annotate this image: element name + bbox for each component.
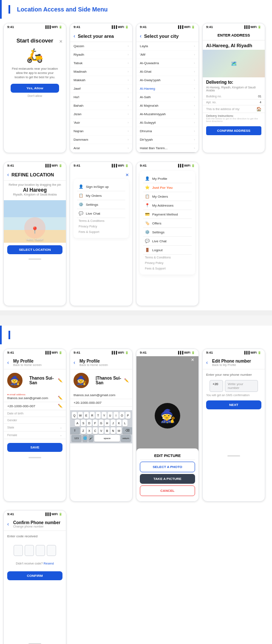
menu-item-myorders[interactable]: 📋 My Orders [143, 192, 192, 201]
list-item[interactable]: Dhruma› [136, 127, 198, 136]
privacy-link[interactable]: Privacy Policy [77, 224, 125, 229]
menu-item-justforyou[interactable]: ⭐ Just For You [143, 183, 192, 192]
list-item[interactable]: Al-Sulayyil› [136, 119, 198, 127]
key-p[interactable]: P [125, 412, 130, 419]
otp-box-4[interactable] [47, 545, 56, 556]
key-backspace[interactable]: ⌫ [122, 427, 133, 434]
key-h[interactable]: H [105, 420, 110, 426]
edit-email-icon[interactable]: ✏️ [58, 396, 62, 400]
otp-box-1[interactable] [14, 545, 23, 556]
edit-phone-icon[interactable]: ✏️ [58, 404, 62, 408]
key-m[interactable]: M [116, 427, 122, 434]
key-w[interactable]: W [78, 412, 83, 419]
key-o[interactable]: O [119, 412, 125, 419]
edit-name-icon-2[interactable]: ✏️ [124, 378, 129, 383]
fees-link[interactable]: Fees & Support [77, 229, 125, 235]
list-item[interactable]: Al-Salh› [136, 93, 198, 102]
key-u[interactable]: U [108, 412, 113, 419]
otp-box-3[interactable] [36, 545, 45, 556]
menu-item-orders[interactable]: 📋 My Orders [77, 191, 125, 200]
key-l[interactable]: L [122, 420, 128, 426]
terms-link-2[interactable]: Terms & Conditions [143, 255, 192, 260]
key-c[interactable]: C [93, 427, 98, 434]
confirm-address-button[interactable]: CONFIRM ADDRESS [206, 126, 261, 135]
select-photo-button[interactable]: SELECT A PHOTO [140, 462, 195, 472]
key-s[interactable]: S [81, 420, 86, 426]
key-d[interactable]: D [87, 420, 92, 426]
key-shift[interactable]: ⇧ [70, 427, 80, 434]
menu-item-livechat-2[interactable]: 💬 Live Chat [143, 237, 192, 246]
list-item[interactable]: Al-Gway'yyah› [136, 76, 198, 85]
save-button[interactable]: SAVE [7, 443, 62, 452]
menu-item-payment[interactable]: 💳 Payment Method [143, 210, 192, 219]
key-e[interactable]: E [84, 412, 89, 419]
back-arrow-icon-7[interactable]: ‹ [7, 521, 9, 527]
list-item[interactable]: Halat Ban Tanim...› [136, 144, 198, 153]
list-item[interactable]: 'Asir› [70, 119, 132, 127]
take-picture-button[interactable]: TAKE A PICTURE [140, 474, 195, 484]
back-arrow-icon-6[interactable]: ‹ [206, 360, 208, 366]
key-f[interactable]: F [93, 420, 98, 426]
key-globe[interactable]: 🌐 [82, 435, 88, 442]
list-item[interactable]: Najran› [70, 127, 132, 136]
key-x[interactable]: X [87, 427, 92, 434]
confirm-phone-button[interactable]: CONFIRM [7, 571, 62, 580]
key-g[interactable]: G [99, 420, 104, 426]
list-item[interactable]: Layla› [136, 42, 198, 51]
menu-item-addresses[interactable]: 📍 My Addresses [143, 201, 192, 210]
key-b[interactable]: B [105, 427, 110, 434]
key-k[interactable]: K [116, 420, 122, 426]
key-r[interactable]: R [90, 412, 95, 419]
key-q[interactable]: Q [72, 412, 77, 419]
key-z[interactable]: Z [81, 427, 86, 434]
key-return[interactable]: return [121, 435, 131, 442]
key-y[interactable]: Y [102, 412, 107, 419]
key-t[interactable]: T [96, 412, 101, 419]
otp-box-2[interactable] [25, 545, 34, 556]
terms-link[interactable]: Terms & Conditions [77, 218, 125, 224]
list-item[interactable]: Al-Muzahimiyyah› [136, 110, 198, 119]
list-item[interactable]: Jawf› [70, 85, 132, 93]
list-item[interactable]: Makkah› [70, 76, 132, 85]
key-123[interactable]: 123 [71, 435, 82, 442]
list-item[interactable]: Tabuk› [70, 59, 132, 68]
menu-item-signin[interactable]: 👤 Sign in/Sign up [77, 182, 125, 191]
list-item[interactable]: Jizan› [70, 110, 132, 119]
key-n[interactable]: N [110, 427, 116, 434]
list-item[interactable]: Al-Ghat› [136, 68, 198, 76]
list-item[interactable]: Qassin› [70, 42, 132, 51]
edit-name-icon[interactable]: ✏️ [58, 378, 62, 383]
list-item[interactable]: Bahah› [70, 102, 132, 110]
menu-item-logout[interactable]: 🚪 Logout [143, 246, 192, 255]
fees-link-2[interactable]: Fees & Support [143, 266, 192, 271]
menu-close-icon[interactable]: ✕ [125, 173, 129, 177]
menu-item-settings[interactable]: ⚙️ Settings [77, 200, 125, 209]
list-item[interactable]: 'Afif› [136, 51, 198, 59]
key-v[interactable]: V [99, 427, 104, 434]
chevron-down-icon[interactable]: ⌄ [60, 426, 62, 429]
back-arrow-icon[interactable]: ‹ [74, 33, 75, 39]
email-field-edit[interactable]: thanos.sui.sam@gmail.com [70, 392, 132, 399]
list-item[interactable]: Ha'l› [70, 93, 132, 102]
avatar-2[interactable]: 🧙 [74, 373, 89, 388]
country-code-select[interactable]: +20 [210, 380, 223, 392]
list-item[interactable]: Arar› [70, 144, 132, 153]
cancel-picture-button[interactable]: CANCEL [140, 485, 195, 496]
next-button[interactable]: NEXT [206, 400, 261, 409]
key-space[interactable]: space [94, 435, 120, 442]
list-item[interactable]: Riyadh› [70, 51, 132, 59]
list-item[interactable]: Dammam› [70, 136, 132, 144]
privacy-link-2[interactable]: Privacy Policy [143, 260, 192, 266]
list-item[interactable]: Al-Quwadrra› [136, 59, 198, 68]
key-j[interactable]: J [110, 420, 116, 426]
key-a[interactable]: A [75, 420, 80, 426]
avatar[interactable]: 🧙 [7, 373, 23, 388]
menu-item-livechat[interactable]: 💬 Live Chat [77, 209, 125, 218]
phone-number-input[interactable]: Write your number [225, 380, 258, 392]
list-item[interactable]: Al Majma'ah› [136, 102, 198, 110]
back-arrow-icon-3[interactable]: ‹ [7, 172, 9, 178]
phone-field-edit[interactable]: +20-1000-000-007 [70, 399, 132, 407]
select-location-button[interactable]: SELECT LOCATION [7, 245, 62, 254]
list-item[interactable]: Madinah› [70, 68, 132, 76]
list-item-selected[interactable]: Al-Hareeg› [136, 85, 198, 93]
